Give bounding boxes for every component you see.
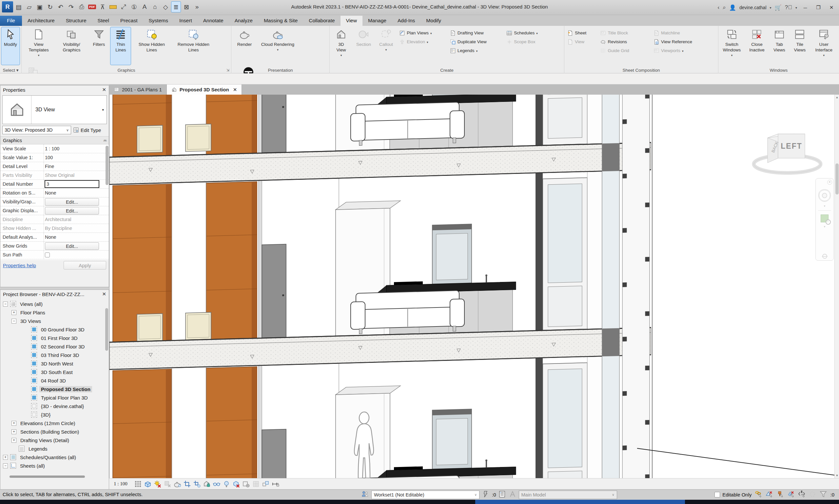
sheet-button[interactable]: Sheet [566, 29, 597, 37]
qat-icon[interactable] [192, 1, 202, 13]
close-inactive-button[interactable]: Close Inactive [745, 27, 768, 65]
scrollbar-thumb[interactable] [835, 163, 839, 195]
qat-icon[interactable] [24, 1, 34, 13]
tree-item[interactable]: Proposed 3D Section [0, 385, 109, 393]
ribbon-tab[interactable]: Massing & Site [258, 16, 303, 26]
tree-item[interactable]: 04 Roof 3D [0, 376, 109, 385]
tree-item[interactable]: {3D - devine.cathal} [0, 402, 109, 410]
qat-icon[interactable] [2, 1, 13, 13]
schedules-button[interactable]: Schedules▾ [505, 29, 554, 37]
tile-views-button[interactable]: Tile Views [790, 27, 809, 65]
qat-icon[interactable] [66, 1, 76, 13]
view-tab-proposed-3d-section[interactable]: Proposed 3D Section ✕ [167, 85, 242, 95]
qat-icon[interactable] [35, 1, 45, 13]
drag-on-selection-icon[interactable] [798, 490, 806, 499]
modify-button[interactable]: Modify [1, 27, 20, 65]
tree-item[interactable]: + Elevations (12mm Circle) [0, 419, 109, 427]
thin-lines-button[interactable]: Thin Lines [110, 27, 131, 65]
tree-horizontal-scrollbar[interactable] [10, 475, 85, 478]
editable-only-checkbox[interactable] [715, 492, 720, 498]
tree-item[interactable]: − Sheets (all) [0, 462, 109, 470]
zoom-dropdown-icon[interactable]: ▾ [824, 225, 825, 228]
tree-item[interactable]: + Schedules/Quantities (all) [0, 453, 109, 462]
close-button[interactable]: ✕ [826, 4, 836, 11]
app-store-icon[interactable]: 🛒 [775, 4, 782, 11]
tree-item[interactable]: 3D South East [0, 368, 109, 376]
analytical-model-icon[interactable] [232, 480, 241, 488]
scroll-up-icon[interactable]: ▲ [835, 95, 839, 100]
type-selector[interactable]: 3D View ▾ [2, 95, 107, 124]
select-underlay-icon[interactable] [765, 490, 773, 499]
property-row[interactable]: Show Grids Edit... [0, 242, 109, 251]
view-scale-control[interactable]: 1 : 100 [114, 481, 127, 487]
qat-icon[interactable] [181, 1, 191, 13]
ribbon-tab[interactable]: Precast [115, 16, 143, 26]
navbar-close-icon[interactable]: ✕ [827, 180, 832, 185]
ribbon-tab[interactable]: Collaborate [303, 16, 340, 26]
temporary-view-properties-icon[interactable] [242, 480, 251, 488]
property-row[interactable]: Visibility/Grap... Edit... [0, 197, 109, 206]
reveal-hidden-icon[interactable] [222, 480, 231, 488]
tree-item[interactable]: Legends [0, 445, 109, 453]
property-row[interactable]: Detail Level Fine [0, 162, 109, 171]
signed-in-user[interactable]: devine.cathal [739, 5, 767, 10]
curtain-wall[interactable] [602, 95, 652, 478]
property-row[interactable]: Sun Path [0, 251, 109, 259]
ribbon-tab[interactable]: File [0, 16, 22, 26]
property-row[interactable]: Graphic Displa... Edit... [0, 206, 109, 215]
crop-region-icon[interactable] [193, 480, 202, 488]
qat-icon[interactable] [56, 1, 66, 13]
qat-icon[interactable] [140, 1, 150, 13]
navbar-options-icon[interactable] [822, 254, 827, 259]
editing-requests-icon[interactable] [482, 490, 490, 499]
tree-expander[interactable]: + [12, 421, 16, 426]
rendering-dialog-icon[interactable] [173, 480, 182, 488]
tree-expander[interactable]: + [3, 455, 8, 460]
tree-item[interactable]: + Drafting Views (Detail) [0, 436, 109, 445]
qat-icon[interactable] [161, 1, 171, 13]
show-hidden-lines-button[interactable]: Show Hidden Lines [133, 27, 171, 65]
reveal-constraints-icon[interactable] [272, 480, 280, 488]
crop-view-icon[interactable] [183, 480, 192, 488]
tree-item[interactable]: − Views (all) [0, 300, 109, 308]
storey-middle[interactable] [109, 170, 651, 345]
3d-section-view[interactable] [109, 95, 835, 478]
qat-icon[interactable] [77, 1, 87, 13]
qat-icon[interactable] [98, 1, 107, 13]
view-tab-ga-plans[interactable]: 2001 - GA Plans 1 [109, 85, 167, 95]
plan-views-button[interactable]: Plan Views▾ [398, 29, 447, 37]
tree-item[interactable]: + Floor Plans [0, 308, 109, 317]
tree-item[interactable]: 01 First Floor 3D [0, 334, 109, 342]
ribbon-tab[interactable]: Architecture [22, 16, 60, 26]
ribbon-tab[interactable]: Modify [420, 16, 447, 26]
ribbon-tab[interactable]: Structure [60, 16, 92, 26]
qat-icon[interactable] [45, 1, 55, 13]
design-options-icon[interactable] [499, 490, 506, 499]
navigation-bar[interactable]: ✕ ▾ ▾ [816, 178, 834, 261]
tree-expander[interactable]: + [12, 429, 16, 434]
tree-expander[interactable]: + [12, 310, 16, 315]
tree-item[interactable]: 00 Ground Floor 3D [0, 325, 109, 334]
editable-only-toggle[interactable]: Editable Only [715, 492, 751, 498]
type-dropdown-icon[interactable]: ▾ [102, 108, 104, 112]
visual-style-icon[interactable] [143, 480, 152, 488]
sun-path-icon[interactable] [153, 480, 162, 488]
duplicate-view-button[interactable]: Duplicate View [448, 37, 503, 46]
drafting-view-button[interactable]: Drafting View [448, 29, 503, 37]
graphics-dialog-launcher[interactable]: ⇲ [226, 68, 229, 72]
search-icon[interactable]: ⌕ [723, 4, 726, 11]
locked-3d-view-icon[interactable] [203, 480, 211, 488]
active-workset-combo[interactable]: Workset1 (Not Editable)∨ [371, 490, 479, 499]
tree-item[interactable]: 03 Third Floor 3D [0, 351, 109, 359]
drawing-area[interactable]: LEFT BACK ✕ ▾ ▾ ▲ ▼ [109, 95, 839, 478]
edit-type-button[interactable]: Edit Type [73, 127, 101, 133]
worksharing-display-icon[interactable] [252, 480, 261, 488]
tree-item[interactable]: 3D North West [0, 359, 109, 368]
properties-header[interactable]: Properties ✕ [0, 86, 109, 94]
detail-level-icon[interactable] [134, 480, 143, 488]
tree-expander[interactable]: + [12, 438, 16, 443]
properties-scrollbar-thumb[interactable] [106, 146, 108, 185]
property-row[interactable]: Discipline Architectural [0, 215, 109, 224]
project-browser-close-icon[interactable]: ✕ [102, 291, 106, 297]
ribbon-tab[interactable]: View [340, 16, 363, 26]
